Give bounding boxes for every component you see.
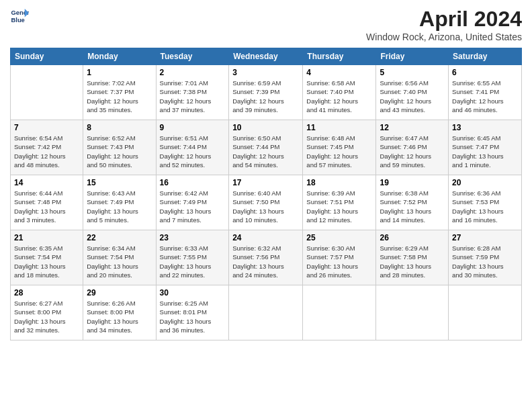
calendar-subtitle: Window Rock, Arizona, United States — [366, 32, 522, 42]
day-cell: 23Sunrise: 6:33 AM Sunset: 7:55 PM Dayli… — [156, 230, 229, 285]
day-number: 15 — [87, 178, 152, 187]
day-cell: 12Sunrise: 6:47 AM Sunset: 7:46 PM Dayli… — [376, 120, 449, 175]
day-cell: 9Sunrise: 6:51 AM Sunset: 7:44 PM Daylig… — [156, 120, 229, 175]
day-number: 9 — [160, 123, 226, 132]
day-number: 12 — [380, 123, 445, 132]
day-number: 20 — [452, 178, 518, 187]
day-info: Sunrise: 6:51 AM Sunset: 7:44 PM Dayligh… — [160, 134, 226, 169]
day-number: 1 — [87, 68, 152, 77]
day-number: 22 — [87, 233, 152, 242]
day-cell: 28Sunrise: 6:27 AM Sunset: 8:00 PM Dayli… — [11, 285, 83, 340]
day-info: Sunrise: 6:47 AM Sunset: 7:46 PM Dayligh… — [380, 134, 445, 169]
day-cell — [376, 285, 449, 340]
day-number: 14 — [14, 178, 79, 187]
day-info: Sunrise: 6:44 AM Sunset: 7:48 PM Dayligh… — [14, 189, 79, 224]
day-info: Sunrise: 6:48 AM Sunset: 7:45 PM Dayligh… — [306, 134, 372, 169]
day-number: 28 — [14, 288, 79, 298]
day-cell: 10Sunrise: 6:50 AM Sunset: 7:44 PM Dayli… — [229, 120, 303, 175]
header-row: SundayMondayTuesdayWednesdayThursdayFrid… — [11, 48, 522, 65]
day-cell: 6Sunrise: 6:55 AM Sunset: 7:41 PM Daylig… — [449, 65, 522, 120]
day-info: Sunrise: 6:40 AM Sunset: 7:50 PM Dayligh… — [232, 189, 299, 224]
day-info: Sunrise: 6:38 AM Sunset: 7:52 PM Dayligh… — [380, 189, 445, 224]
day-info: Sunrise: 6:50 AM Sunset: 7:44 PM Dayligh… — [232, 134, 299, 169]
day-number: 10 — [232, 123, 299, 132]
svg-text:Blue: Blue — [11, 17, 25, 24]
day-cell: 24Sunrise: 6:32 AM Sunset: 7:56 PM Dayli… — [229, 230, 303, 285]
day-number: 17 — [232, 178, 299, 187]
day-cell: 27Sunrise: 6:28 AM Sunset: 7:59 PM Dayli… — [449, 230, 522, 285]
day-number: 27 — [452, 233, 518, 242]
day-info: Sunrise: 6:59 AM Sunset: 7:39 PM Dayligh… — [232, 79, 299, 114]
day-cell: 4Sunrise: 6:58 AM Sunset: 7:40 PM Daylig… — [303, 65, 376, 120]
day-number: 18 — [306, 178, 372, 187]
day-number: 30 — [160, 288, 226, 298]
title-area: April 2024 Window Rock, Arizona, United … — [366, 7, 522, 42]
day-info: Sunrise: 6:45 AM Sunset: 7:47 PM Dayligh… — [452, 134, 518, 169]
day-info: Sunrise: 6:33 AM Sunset: 7:55 PM Dayligh… — [160, 244, 226, 279]
day-info: Sunrise: 6:28 AM Sunset: 7:59 PM Dayligh… — [452, 244, 518, 279]
logo: General Blue — [10, 7, 29, 26]
day-cell: 16Sunrise: 6:42 AM Sunset: 7:49 PM Dayli… — [156, 175, 229, 230]
day-cell: 8Sunrise: 6:52 AM Sunset: 7:43 PM Daylig… — [83, 120, 156, 175]
day-cell: 22Sunrise: 6:34 AM Sunset: 7:54 PM Dayli… — [83, 230, 156, 285]
day-header-friday: Friday — [376, 48, 449, 65]
week-row-0: 1Sunrise: 7:02 AM Sunset: 7:37 PM Daylig… — [11, 65, 522, 120]
day-number: 6 — [452, 68, 518, 77]
day-cell: 29Sunrise: 6:26 AM Sunset: 8:00 PM Dayli… — [83, 285, 156, 340]
day-info: Sunrise: 6:39 AM Sunset: 7:51 PM Dayligh… — [306, 189, 372, 224]
week-row-4: 28Sunrise: 6:27 AM Sunset: 8:00 PM Dayli… — [11, 285, 522, 340]
day-number: 7 — [14, 123, 79, 132]
calendar-container: General Blue April 2024 Window Rock, Ari… — [0, 0, 532, 347]
day-cell: 21Sunrise: 6:35 AM Sunset: 7:54 PM Dayli… — [11, 230, 83, 285]
day-number: 24 — [232, 233, 299, 242]
day-cell: 26Sunrise: 6:29 AM Sunset: 7:58 PM Dayli… — [376, 230, 449, 285]
day-info: Sunrise: 6:35 AM Sunset: 7:54 PM Dayligh… — [14, 244, 79, 279]
day-number: 29 — [87, 288, 152, 298]
day-header-thursday: Thursday — [303, 48, 376, 65]
day-cell: 17Sunrise: 6:40 AM Sunset: 7:50 PM Dayli… — [229, 175, 303, 230]
day-number: 26 — [380, 233, 445, 242]
day-info: Sunrise: 6:56 AM Sunset: 7:40 PM Dayligh… — [380, 79, 445, 114]
calendar-table: SundayMondayTuesdayWednesdayThursdayFrid… — [10, 48, 522, 340]
day-cell: 15Sunrise: 6:43 AM Sunset: 7:49 PM Dayli… — [83, 175, 156, 230]
day-info: Sunrise: 6:55 AM Sunset: 7:41 PM Dayligh… — [452, 79, 518, 114]
day-cell: 11Sunrise: 6:48 AM Sunset: 7:45 PM Dayli… — [303, 120, 376, 175]
day-cell: 13Sunrise: 6:45 AM Sunset: 7:47 PM Dayli… — [449, 120, 522, 175]
day-cell: 30Sunrise: 6:25 AM Sunset: 8:01 PM Dayli… — [156, 285, 229, 340]
header-area: General Blue April 2024 Window Rock, Ari… — [10, 7, 522, 42]
day-info: Sunrise: 6:52 AM Sunset: 7:43 PM Dayligh… — [87, 134, 152, 169]
day-cell: 1Sunrise: 7:02 AM Sunset: 7:37 PM Daylig… — [83, 65, 156, 120]
day-cell: 2Sunrise: 7:01 AM Sunset: 7:38 PM Daylig… — [156, 65, 229, 120]
day-cell: 7Sunrise: 6:54 AM Sunset: 7:42 PM Daylig… — [11, 120, 83, 175]
day-info: Sunrise: 6:58 AM Sunset: 7:40 PM Dayligh… — [306, 79, 372, 114]
day-info: Sunrise: 6:29 AM Sunset: 7:58 PM Dayligh… — [380, 244, 445, 279]
day-number: 5 — [380, 68, 445, 77]
day-cell — [449, 285, 522, 340]
day-info: Sunrise: 6:26 AM Sunset: 8:00 PM Dayligh… — [87, 299, 152, 334]
day-cell: 25Sunrise: 6:30 AM Sunset: 7:57 PM Dayli… — [303, 230, 376, 285]
day-number: 25 — [306, 233, 372, 242]
day-header-wednesday: Wednesday — [229, 48, 303, 65]
week-row-2: 14Sunrise: 6:44 AM Sunset: 7:48 PM Dayli… — [11, 175, 522, 230]
day-header-tuesday: Tuesday — [156, 48, 229, 65]
day-number: 19 — [380, 178, 445, 187]
day-info: Sunrise: 6:27 AM Sunset: 8:00 PM Dayligh… — [14, 299, 79, 334]
day-cell: 14Sunrise: 6:44 AM Sunset: 7:48 PM Dayli… — [11, 175, 83, 230]
day-cell: 5Sunrise: 6:56 AM Sunset: 7:40 PM Daylig… — [376, 65, 449, 120]
day-number: 3 — [232, 68, 299, 77]
logo-icon: General Blue — [10, 7, 29, 26]
day-header-sunday: Sunday — [11, 48, 83, 65]
day-cell: 3Sunrise: 6:59 AM Sunset: 7:39 PM Daylig… — [229, 65, 303, 120]
week-row-3: 21Sunrise: 6:35 AM Sunset: 7:54 PM Dayli… — [11, 230, 522, 285]
day-info: Sunrise: 7:01 AM Sunset: 7:38 PM Dayligh… — [160, 79, 226, 114]
day-cell: 18Sunrise: 6:39 AM Sunset: 7:51 PM Dayli… — [303, 175, 376, 230]
day-number: 16 — [160, 178, 226, 187]
day-number: 8 — [87, 123, 152, 132]
day-info: Sunrise: 7:02 AM Sunset: 7:37 PM Dayligh… — [87, 79, 152, 114]
day-info: Sunrise: 6:32 AM Sunset: 7:56 PM Dayligh… — [232, 244, 299, 279]
calendar-title: April 2024 — [366, 7, 522, 32]
day-info: Sunrise: 6:30 AM Sunset: 7:57 PM Dayligh… — [306, 244, 372, 279]
day-cell: 19Sunrise: 6:38 AM Sunset: 7:52 PM Dayli… — [376, 175, 449, 230]
day-number: 11 — [306, 123, 372, 132]
day-number: 2 — [160, 68, 226, 77]
